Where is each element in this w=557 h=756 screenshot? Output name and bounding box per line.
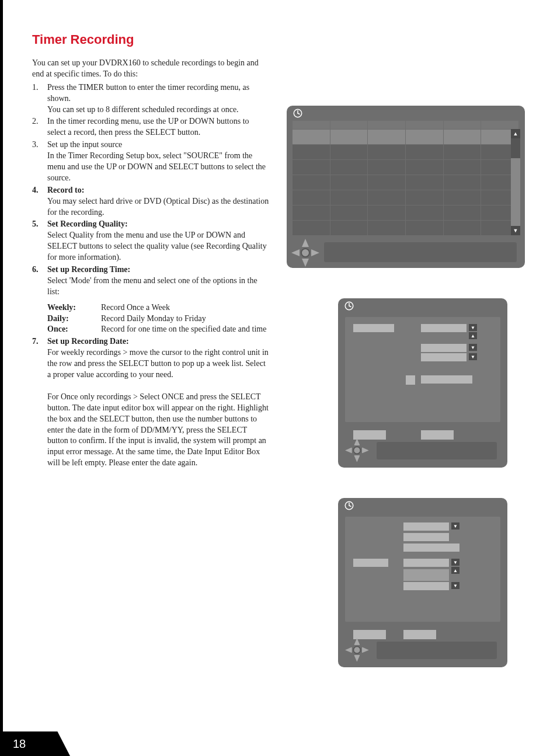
dpad-center-icon [301,248,310,257]
step-text: In the timer recording menu, use the UP … [47,116,269,138]
form-value[interactable] [403,569,449,581]
scrollbar[interactable]: ▲ ▼ [511,129,520,235]
mode-row: Once:Record for one time on the specifie… [47,324,269,335]
table-row[interactable] [293,175,519,190]
form-value[interactable] [403,582,449,590]
svg-line-5 [349,306,351,307]
svg-line-8 [349,506,351,507]
step-num: 6. [32,264,47,335]
dpad-up-icon [354,438,360,445]
step-3: 3. Set up the input source In the Timer … [32,140,269,184]
dpad-right-icon [362,447,369,453]
checkbox[interactable] [406,375,415,385]
dropdown-down-icon[interactable]: ▼ [469,344,477,351]
clock-icon [344,301,354,311]
dropdown-down-icon[interactable]: ▼ [469,324,477,331]
hint-bar [377,442,497,459]
step-lead: Record to: [47,186,84,194]
table-row[interactable] [293,129,519,144]
table-row[interactable] [293,205,519,220]
intro-text: You can set up your DVDRX160 to schedule… [32,58,269,80]
form-value[interactable] [421,324,467,332]
form-label [353,324,394,332]
step-7: 7. Set up Recording Date: For weekly rec… [32,336,269,469]
form-value[interactable] [403,533,449,541]
mode-table: Weekly:Record Once a Week Daily:Record D… [47,302,269,336]
form-value[interactable] [421,353,467,361]
content-columns: You can set up your DVDRX160 to schedule… [32,58,525,667]
dropdown-down-icon[interactable]: ▼ [451,582,459,589]
timer-menu-screenshot: ▲ ▼ [287,106,525,268]
dropdown-up-icon[interactable]: ▲ [451,567,459,574]
footer-label [403,630,436,639]
mode-label: Once: [47,324,101,335]
step-6: 6. Set up Recording Time: Select 'Mode' … [32,264,269,335]
scroll-track[interactable] [511,138,520,226]
panel-footer [345,625,500,660]
dpad-down-icon [302,259,309,267]
scroll-thumb[interactable] [511,138,520,158]
page: Timer Recording You can set up your DVDR… [0,0,557,756]
form-label [353,559,388,567]
page-edge [0,0,3,756]
form-value[interactable] [403,522,449,531]
form-area: ▼ ▲ ▼ ▼ [345,317,500,422]
table-row[interactable] [293,159,519,175]
dpad-up-icon [354,638,360,645]
dropdown-down-icon[interactable]: ▼ [451,522,459,529]
dropdown-down-icon[interactable]: ▼ [469,353,477,360]
dpad-icon [345,638,369,662]
panel-header [338,498,507,513]
dpad-down-icon [354,455,360,462]
panel-header [287,106,525,121]
step-num: 5. [32,219,47,263]
step-extra: In the Timer Recording Setup box, select… [47,151,266,182]
mode-label: Weekly: [47,302,101,313]
step-body: Set Recording Quality: Select Quality fr… [47,219,269,263]
step-text: Press the TIMER button to enter the time… [47,83,249,103]
form-value[interactable] [421,344,467,352]
mode-desc: Record Once a Week [101,302,269,313]
mode-label: Daily: [47,313,101,325]
step-extra2: For Once only recordings > Select ONCE a… [47,392,269,467]
form-area: ▼ ▼ ▲ ▼ [345,517,500,622]
page-number: 18 [13,737,26,751]
dropdown-up-icon[interactable]: ▲ [469,332,477,339]
dpad-left-icon [345,647,352,653]
step-body: Set up Recording Time: Select 'Mode' fro… [47,264,269,335]
scroll-up-button[interactable]: ▲ [511,129,520,138]
table-row[interactable] [293,220,519,235]
step-num: 4. [32,185,47,218]
step-2: 2. In the timer recording menu, use the … [32,116,269,138]
step-extra: Select 'Mode' from the menu and select o… [47,276,257,296]
scroll-down-button[interactable]: ▼ [511,226,520,235]
text-column: You can set up your DVDRX160 to schedule… [32,58,269,667]
dpad-center-icon [353,447,361,455]
hint-bar [377,642,497,659]
page-title: Timer Recording [32,32,525,47]
step-body: Record to: You may select hard drive or … [47,185,269,218]
table-row[interactable] [293,190,519,205]
mode-row: Daily:Record Daily Monday to Friday [47,313,269,325]
step-num: 2. [32,116,47,138]
step-num: 7. [32,336,47,469]
step-1: 1. Press the TIMER button to enter the t… [32,82,269,116]
footer-label [421,430,454,440]
step-extra: You can set up to 8 different scheduled … [47,105,239,114]
step-extra: Select Quality from the menu and use the… [47,231,267,262]
panel-footer [287,239,525,268]
dpad-icon [345,438,369,462]
form-value[interactable] [421,375,472,384]
step-num: 3. [32,140,47,184]
panel-footer [345,426,500,461]
form-value[interactable] [403,559,449,567]
step-lead: Set up Recording Date: [47,337,129,346]
form-value[interactable] [403,544,459,552]
dpad-left-icon [291,249,300,256]
step-extra: For weekly recordings > move the cursor … [47,348,269,379]
dropdown-down-icon[interactable]: ▼ [451,559,459,566]
dpad-right-icon [362,647,369,653]
table-row[interactable] [293,144,519,159]
dpad-icon [291,239,319,267]
step-lead: Set Recording Quality: [47,220,128,228]
